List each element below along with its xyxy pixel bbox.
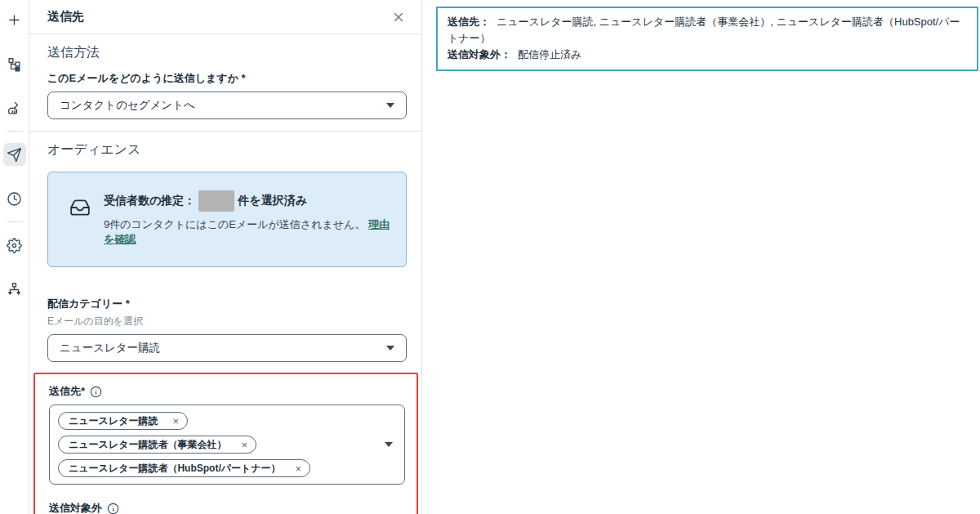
close-icon [392, 11, 405, 24]
preview-area: 送信先：ニュースレター購読, ニュースレター購読者（事業会社）, ニュースレター… [422, 0, 980, 514]
send-icon [7, 147, 22, 163]
remove-tag-icon[interactable]: × [172, 416, 179, 427]
cleanup-button[interactable] [3, 96, 26, 119]
panel-body: 送信方法 このEメールをどのように送信しますか * コンタクトのセグメントへ オ… [29, 34, 421, 514]
exclusions-label: 送信対象外 [49, 501, 102, 514]
structure-button[interactable] [3, 52, 26, 75]
send-settings-button[interactable] [3, 143, 26, 166]
structure-icon [7, 56, 22, 72]
recipients-multiselect[interactable]: ニュースレター購読 × ニュースレター購読者（事業会社） × ニュースレター購読… [49, 404, 405, 485]
remove-tag-icon[interactable]: × [296, 463, 302, 474]
remove-tag-icon[interactable]: × [241, 440, 247, 450]
audience-heading: オーディエンス [47, 141, 407, 159]
add-button[interactable] [3, 8, 26, 31]
workflow-button[interactable] [3, 278, 26, 301]
close-panel-button[interactable] [390, 9, 407, 25]
summary-excluded-line: 送信対象外：配信停止済み [448, 47, 967, 63]
settings-button[interactable] [3, 234, 26, 257]
info-icon[interactable] [90, 386, 102, 398]
summary-to-line: 送信先：ニュースレター購読, ニュースレター購読者（事業会社）, ニュースレター… [448, 14, 967, 47]
not-sent-note: 9件のコンタクトにはこのEメールが送信されません。 理由を確認 [104, 217, 393, 247]
recipients-label: 送信先* [49, 384, 85, 399]
panel-header: 送信先 [29, 0, 421, 34]
plus-icon [7, 12, 22, 28]
estimate-line: 受信者数の推定： 件を選択済み [104, 190, 393, 212]
chevron-down-icon [385, 102, 395, 109]
info-icon[interactable] [107, 503, 119, 514]
gear-icon [7, 238, 22, 253]
chevron-down-icon [385, 345, 395, 351]
method-heading: 送信方法 [47, 44, 407, 61]
recipient-tag[interactable]: ニュースレター購読者（HubSpot/パートナー） × [58, 459, 310, 477]
send-method-select[interactable]: コンタクトのセグメントへ [47, 92, 407, 119]
panel-title: 送信先 [47, 9, 84, 25]
section-divider [29, 131, 421, 132]
recipients-highlight-box: 送信先* ニュースレター購読 × ニュースレター購読者（事業会社） × [33, 373, 418, 514]
exclusions-label-row: 送信対象外 [49, 501, 392, 514]
redacted-count [198, 190, 234, 212]
estimate-suffix: 件を選択済み [238, 194, 307, 208]
chevron-down-icon [384, 441, 394, 448]
workflow-icon [7, 282, 22, 297]
summary-to-value: ニュースレター購読, ニュースレター購読者（事業会社）, ニュースレター購読者（… [448, 16, 960, 44]
clock-icon [7, 191, 22, 207]
send-method-value: コンタクトのセグメントへ [60, 98, 195, 113]
summary-excluded-label: 送信対象外： [448, 48, 511, 60]
brush-icon [7, 101, 22, 116]
icon-sidebar [0, 0, 29, 514]
summary-excluded-value: 配信停止済み [518, 48, 581, 60]
sidebar-divider [7, 221, 23, 222]
estimate-label: 受信者数の推定： [104, 194, 195, 208]
category-helper: Eメールの目的を選択 [47, 315, 407, 329]
category-value: ニュースレター購読 [60, 341, 160, 355]
recipient-tag[interactable]: ニュースレター購読 × [58, 412, 188, 430]
recipient-tag[interactable]: ニュースレター購読者（事業会社） × [58, 436, 256, 454]
category-label: 配信カテゴリー * [47, 297, 407, 311]
sidebar-divider [7, 131, 23, 132]
method-question-label: このEメールをどのように送信しますか * [47, 71, 407, 86]
history-button[interactable] [3, 187, 26, 210]
recipients-label-row: 送信先* [49, 384, 392, 399]
send-to-panel: 送信先 送信方法 このEメールをどのように送信しますか * コンタクトのセグメン… [29, 0, 422, 514]
recipient-estimate-infobox: 受信者数の推定： 件を選択済み 9件のコンタクトにはこのEメールが送信されません… [47, 172, 407, 267]
category-select[interactable]: ニュースレター購読 [47, 334, 407, 362]
inbox-icon [69, 197, 91, 218]
app-root: 送信先 送信方法 このEメールをどのように送信しますか * コンタクトのセグメン… [0, 0, 980, 514]
recipient-summary-box: 送信先：ニュースレター購読, ニュースレター購読者（事業会社）, ニュースレター… [436, 7, 978, 71]
summary-to-label: 送信先： [448, 16, 490, 28]
